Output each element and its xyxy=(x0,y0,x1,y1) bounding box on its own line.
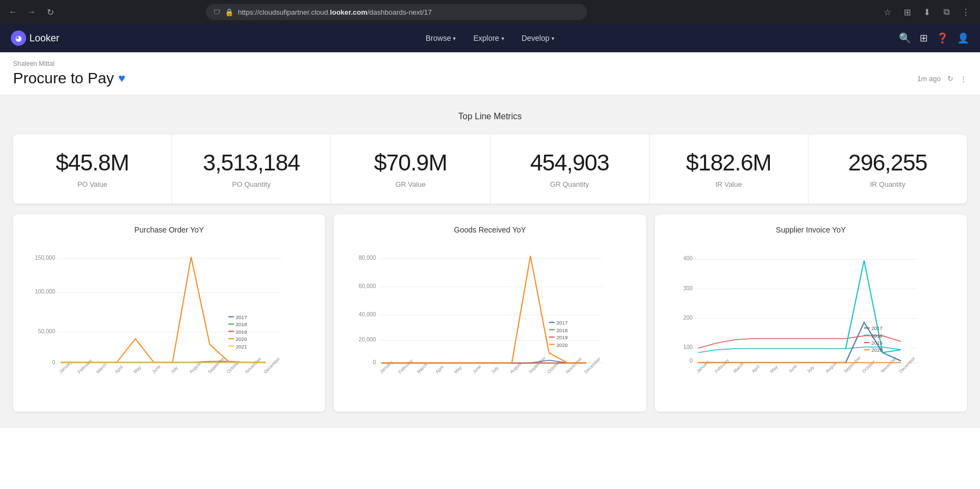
po-chart-title: Purchase Order YoY xyxy=(24,225,314,234)
develop-chevron-icon: ▾ xyxy=(552,35,554,41)
svg-text:400: 400 xyxy=(683,255,693,261)
ir-value-label: IR Value xyxy=(663,180,795,188)
refresh-button[interactable]: ↻ xyxy=(44,5,57,19)
gr-value-number: $70.9M xyxy=(344,150,476,176)
svg-text:October: October xyxy=(861,359,876,374)
svg-text:50,000: 50,000 xyxy=(38,328,56,334)
svg-text:March: March xyxy=(95,362,108,375)
svg-text:April: April xyxy=(435,365,445,375)
svg-rect-82 xyxy=(864,327,869,328)
ir-value-number: $182.6M xyxy=(663,150,795,176)
app-header: ◕ Looker Browse ▾ Explore ▾ Develop ▾ 🔍 … xyxy=(0,24,980,52)
po-value-label: PO Value xyxy=(26,180,158,188)
nav-explore[interactable]: Explore ▾ xyxy=(465,30,511,46)
svg-text:January: January xyxy=(695,359,710,374)
svg-text:2019: 2019 xyxy=(871,340,883,346)
address-bar[interactable]: 🛡 🔒 https://cloudsufipartner.cloud.looke… xyxy=(206,4,587,20)
dashboard-title: Procure to Pay ♥ xyxy=(13,70,125,87)
svg-rect-24 xyxy=(228,331,234,332)
po-quantity-number: 3,513,184 xyxy=(185,150,317,176)
app-logo[interactable]: ◕ Looker xyxy=(11,30,59,46)
svg-text:100: 100 xyxy=(683,344,693,350)
svg-text:150,000: 150,000 xyxy=(35,255,56,261)
browser-chrome: ← → ↻ 🛡 🔒 https://cloudsufipartner.cloud… xyxy=(0,0,980,24)
gr-yoy-chart: Goods Received YoY 80,000 60,000 40,000 … xyxy=(334,215,646,412)
svg-text:April: April xyxy=(114,365,124,375)
po-quantity-label: PO Quantity xyxy=(185,180,317,188)
si-chart-area: 400 300 200 100 0 January February xyxy=(666,243,956,401)
svg-text:July: July xyxy=(170,365,179,374)
gr-chart-title: Goods Received YoY xyxy=(345,225,635,234)
si-chart-svg: 400 300 200 100 0 January February xyxy=(666,243,956,401)
po-chart-svg: 150,000 100,000 50,000 0 January Februar… xyxy=(24,243,314,401)
svg-text:February: February xyxy=(714,358,730,374)
svg-text:February: February xyxy=(77,358,93,374)
svg-text:0: 0 xyxy=(689,358,693,364)
extensions-icon[interactable]: ⊞ xyxy=(899,4,915,20)
favorite-heart-icon[interactable]: ♥ xyxy=(118,71,125,85)
header-actions: 🔍 ⊞ ❓ 👤 xyxy=(899,32,969,44)
svg-rect-56 xyxy=(549,337,555,338)
charts-row: Purchase Order YoY 150,000 100,000 50,00… xyxy=(13,215,967,412)
nav-browse[interactable]: Browse ▾ xyxy=(418,30,464,46)
svg-rect-22 xyxy=(228,323,234,325)
svg-text:300: 300 xyxy=(683,285,693,291)
svg-text:100,000: 100,000 xyxy=(35,289,56,295)
account-icon[interactable]: 👤 xyxy=(957,32,969,44)
svg-text:80,000: 80,000 xyxy=(359,255,376,261)
svg-text:2017: 2017 xyxy=(236,315,247,320)
svg-text:60,000: 60,000 xyxy=(359,283,376,289)
help-icon[interactable]: ❓ xyxy=(936,32,948,44)
ir-quantity-label: IR Quantity xyxy=(822,180,954,188)
more-options-icon[interactable]: ⋮ xyxy=(960,75,967,83)
si-yoy-chart: Supplier Invoice YoY 400 300 200 100 0 xyxy=(655,215,967,412)
svg-text:20,000: 20,000 xyxy=(359,337,376,343)
nav-develop[interactable]: Develop ▾ xyxy=(514,30,562,46)
svg-text:September: September xyxy=(528,356,547,375)
svg-text:June: June xyxy=(472,364,482,374)
dashboard-title-row: Procure to Pay ♥ 1m ago ↻ ⋮ xyxy=(13,70,967,87)
svg-rect-86 xyxy=(864,342,869,343)
kpi-po-value: $45.8M PO Value xyxy=(13,135,172,204)
svg-text:2020: 2020 xyxy=(236,337,247,342)
svg-text:June: June xyxy=(151,364,162,374)
svg-rect-26 xyxy=(228,338,234,339)
svg-text:2021: 2021 xyxy=(236,344,247,350)
svg-rect-28 xyxy=(228,346,234,347)
browse-chevron-icon: ▾ xyxy=(453,35,456,41)
svg-rect-20 xyxy=(228,316,234,317)
svg-text:2018: 2018 xyxy=(556,328,568,333)
svg-text:January: January xyxy=(379,359,394,375)
menu-icon[interactable]: ⋮ xyxy=(958,4,973,20)
svg-rect-58 xyxy=(549,344,555,345)
download-icon[interactable]: ⬇ xyxy=(919,4,934,20)
po-chart-area: 150,000 100,000 50,000 0 January Februar… xyxy=(24,243,314,401)
browser-toolbar: ☆ ⊞ ⬇ ⧉ ⋮ xyxy=(880,4,973,20)
svg-text:February: February xyxy=(397,358,414,374)
svg-text:May: May xyxy=(454,365,463,375)
search-icon[interactable]: 🔍 xyxy=(899,32,911,44)
back-button[interactable]: ← xyxy=(7,5,20,19)
svg-text:June: June xyxy=(787,364,798,374)
gr-value-label: GR Value xyxy=(344,180,476,188)
dashboard-content: Top Line Metrics $45.8M PO Value 3,513,1… xyxy=(0,95,980,428)
gr-chart-svg: 80,000 60,000 40,000 20,000 0 January xyxy=(345,243,635,401)
gr-quantity-number: 454,903 xyxy=(504,150,636,176)
marketplace-icon[interactable]: ⊞ xyxy=(920,32,928,44)
forward-button[interactable]: → xyxy=(25,5,38,19)
star-icon[interactable]: ☆ xyxy=(880,4,895,20)
url-text: https://cloudsufipartner.cloud.looker.co… xyxy=(238,8,579,16)
svg-text:March: March xyxy=(732,362,745,374)
svg-text:2020: 2020 xyxy=(871,347,883,353)
svg-text:April: April xyxy=(751,364,761,374)
kpi-gr-quantity: 454,903 GR Quantity xyxy=(491,135,650,204)
kpi-row: $45.8M PO Value 3,513,184 PO Quantity $7… xyxy=(13,135,967,204)
logo-icon: ◕ xyxy=(11,30,26,46)
svg-text:0: 0 xyxy=(52,359,56,365)
gr-quantity-label: GR Quantity xyxy=(504,180,636,188)
refresh-dashboard-icon[interactable]: ↻ xyxy=(947,75,953,83)
svg-text:September: September xyxy=(843,355,862,374)
svg-text:2020: 2020 xyxy=(556,343,568,348)
window-icon[interactable]: ⧉ xyxy=(939,4,954,20)
svg-text:January: January xyxy=(58,359,74,375)
